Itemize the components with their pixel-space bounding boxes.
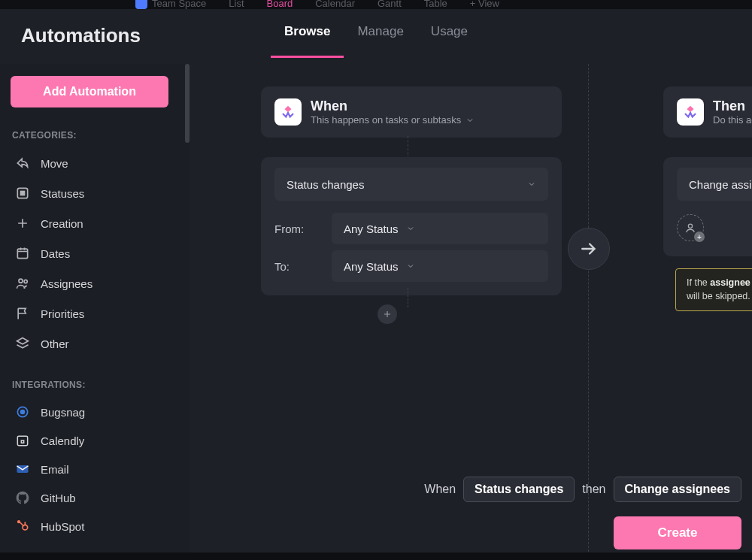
header-tabs: Browse Manage Usage [284,20,468,53]
tab-browse[interactable]: Browse [284,20,330,53]
sidebar-item-dates[interactable]: Dates [11,238,179,268]
status-square-icon [15,186,30,201]
svg-point-3 [19,279,23,283]
svg-point-6 [21,410,25,414]
then-header-card: Then Do this action [663,86,752,138]
share-arrow-icon [15,156,30,171]
sidebar-item-label: Dates [41,247,70,260]
to-label: To: [274,260,321,273]
when-title: When [311,98,475,114]
summary-then-word: then [582,483,605,496]
sidebar-item-move[interactable]: Move [11,148,179,178]
github-icon [15,490,30,505]
connector-line [408,136,408,159]
sidebar: Add Automation CATEGORIES: Move Statuses… [0,64,190,559]
warning-tooltip: If the assignee does not exist, this ste… [675,268,752,311]
page-title: Automations [21,24,141,47]
connector-line [408,288,408,307]
from-label: From: [274,222,321,235]
sidebar-item-label: Bugsnag [41,406,85,419]
calendly-icon [15,433,30,448]
sidebar-scrollbar[interactable] [183,64,190,559]
trigger-type-select[interactable]: Status changes [274,168,548,201]
summary-when-word: When [424,483,456,496]
hubspot-icon [15,519,30,534]
page-header: Automations Browse Manage Usage [0,9,752,64]
email-icon [15,462,30,477]
sidebar-item-label: Other [41,338,69,350]
action-card: Change assignees + [663,157,752,256]
sidebar-item-email[interactable]: Email [11,455,179,483]
chevron-down-icon [527,180,536,189]
sidebar-item-assignees[interactable]: Assignees [11,268,179,298]
then-subtitle: Do this action [713,114,752,126]
sidebar-item-priorities[interactable]: Priorities [11,298,179,328]
plus-creation-icon [15,216,30,231]
integrations-heading: INTEGRATIONS: [12,380,179,390]
to-status-select[interactable]: Any Status [332,250,548,282]
svg-point-4 [24,280,27,283]
svg-rect-1 [21,192,25,195]
then-title: Then [713,98,752,114]
when-header-card: When This happens on tasks or subtasks [261,86,562,138]
add-automation-button[interactable]: Add Automation [11,76,168,107]
svg-point-11 [688,224,692,228]
svg-rect-2 [17,249,27,259]
clickup-logo-icon [274,98,302,126]
sidebar-item-label: GitHub [41,492,76,504]
summary-action-chip[interactable]: Change assignees [614,477,742,502]
sidebar-item-github[interactable]: GitHub [11,483,179,512]
calendar-icon [15,246,30,261]
create-button[interactable]: Create [614,516,741,549]
tab-usage[interactable]: Usage [431,20,468,53]
bottom-border [0,552,752,560]
sidebar-item-label: Creation [41,217,83,230]
tab-manage[interactable]: Manage [357,20,403,53]
chevron-down-icon[interactable] [465,116,475,125]
sidebar-item-label: Priorities [41,307,84,320]
categories-heading: CATEGORIES: [12,130,179,141]
flow-arrow-icon [568,228,610,270]
bugsnag-icon [15,404,30,419]
chevron-down-icon [406,224,415,233]
sidebar-item-calendly[interactable]: Calendly [11,426,179,455]
assignee-picker[interactable]: + [677,214,704,241]
summary-trigger-chip[interactable]: Status changes [463,477,575,502]
sidebar-item-statuses[interactable]: Statuses [11,178,179,208]
people-icon [15,276,30,291]
svg-rect-8 [17,465,29,473]
sidebar-item-other[interactable]: Other [11,328,179,359]
sidebar-item-hubspot[interactable]: HubSpot [11,512,179,540]
flag-icon [15,306,30,321]
svg-point-10 [18,521,20,523]
sidebar-item-label: Assignees [41,277,92,290]
app-top-bar: Team Space List Board Calendar Gantt Tab… [0,0,752,9]
sidebar-item-label: Email [41,463,69,476]
plus-badge-icon: + [694,232,705,242]
layers-icon [15,336,30,351]
add-trigger-button[interactable] [378,304,397,324]
action-type-select[interactable]: Change assignees [677,168,752,201]
sidebar-item-bugsnag[interactable]: Bugsnag [11,398,179,426]
clickup-logo-icon [677,98,704,126]
when-subtitle: This happens on tasks or subtasks [311,114,461,126]
from-status-select[interactable]: Any Status [332,213,548,244]
sidebar-item-label: HubSpot [41,520,84,533]
sidebar-item-label: Calendly [41,434,84,447]
sidebar-item-label: Statuses [41,187,84,200]
trigger-card: Status changes From: Any Status To: Any … [261,157,562,295]
automation-summary: When Status changes then Change assignee… [203,471,752,507]
chevron-down-icon [406,262,415,271]
sidebar-item-creation[interactable]: Creation [11,208,179,238]
sidebar-item-label: Move [41,157,68,170]
